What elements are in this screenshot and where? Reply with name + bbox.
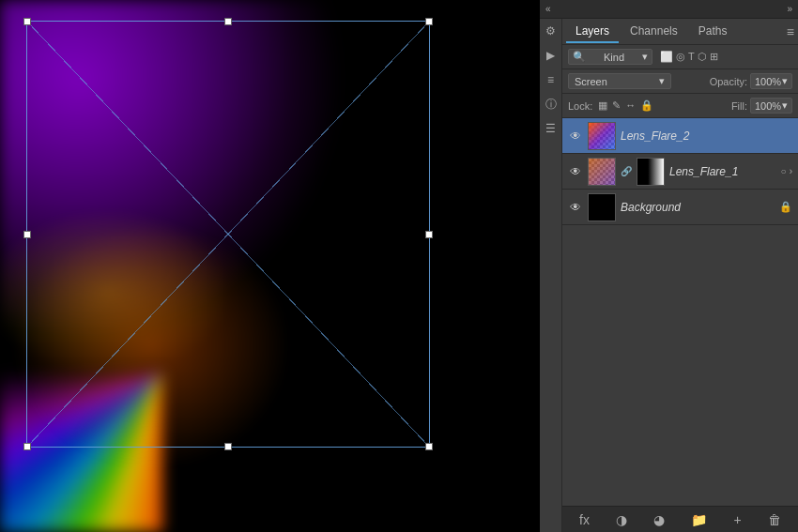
layer-link-icon: 🔗 [621, 166, 632, 176]
layer-item-lens-flare-1[interactable]: 👁 🔗 Lens_Flare_1 ○ › [562, 154, 798, 190]
fill-value-text: 100% [755, 100, 781, 112]
tab-paths[interactable]: Paths [689, 21, 737, 43]
fill-group: Fill: 100% ▾ [731, 98, 792, 114]
lock-pixels-icon[interactable]: ▦ [598, 99, 607, 112]
panel-content: Layers Channels Paths ≡ 🔍 Kind ▾ ⬜ ◎ T ⬡ [562, 19, 798, 532]
layer-mask-thumb [637, 158, 665, 186]
layer-thumbnail-background [588, 193, 616, 221]
layer-adjustment-icon[interactable]: ◕ [650, 510, 668, 529]
layer-fx-icon[interactable]: fx [575, 510, 593, 529]
layers-list: 👁 Lens_Flare_2 👁 🔗 Len [562, 118, 798, 506]
visibility-eye-lens-flare-1[interactable]: 👁 [568, 164, 583, 179]
fill-label: Fill: [731, 100, 747, 112]
layers-bottom: fx ◑ ◕ 📁 + 🗑 [562, 506, 798, 532]
kind-pixel-icon[interactable]: ⬜ [660, 51, 673, 63]
tabs-bar: Layers Channels Paths ≡ [562, 19, 798, 45]
tool-play-icon[interactable]: ▶ [543, 47, 560, 64]
collapse-left-icon[interactable]: « [545, 4, 551, 14]
kind-shape-icon[interactable]: ⬡ [698, 51, 707, 63]
left-tools: ⚙ ▶ ≡ ⓘ ☰ [540, 19, 562, 532]
blend-row: Screen ▾ Opacity: 100% ▾ [562, 69, 798, 94]
kind-icons: ⬜ ◎ T ⬡ ⊞ [660, 51, 718, 63]
canvas-area [0, 0, 540, 532]
opacity-input[interactable]: 100% ▾ [750, 73, 792, 89]
tab-layers[interactable]: Layers [566, 21, 619, 43]
kind-row: 🔍 Kind ▾ ⬜ ◎ T ⬡ ⊞ [562, 45, 798, 69]
lock-position-icon[interactable]: ✎ [612, 99, 621, 112]
layer-name-background: Background [621, 201, 775, 214]
fill-input[interactable]: 100% ▾ [750, 98, 792, 114]
layer-add-icon[interactable]: + [730, 510, 745, 529]
kind-label: Kind [604, 52, 624, 63]
lock-all-icon[interactable]: 🔒 [640, 99, 653, 112]
layer-name-lens-flare-1: Lens_Flare_1 [669, 165, 776, 178]
tab-channels[interactable]: Channels [621, 21, 687, 43]
layer-mask-icon[interactable]: ◑ [612, 510, 631, 529]
visibility-eye-lens-flare-2[interactable]: 👁 [568, 129, 583, 144]
blend-chevron-icon: ▾ [659, 75, 665, 87]
visibility-eye-background[interactable]: 👁 [568, 200, 583, 215]
opacity-group: Opacity: 100% ▾ [710, 73, 792, 89]
kind-select[interactable]: 🔍 Kind ▾ [568, 49, 652, 65]
fill-chevron-icon: ▾ [782, 99, 788, 112]
panel-top-bar: « » [540, 0, 798, 19]
panel-menu-icon[interactable]: ≡ [787, 24, 794, 39]
layer-delete-icon[interactable]: 🗑 [764, 510, 785, 529]
kind-chevron-icon: ▾ [642, 51, 648, 63]
layer-group-icon[interactable]: 📁 [687, 510, 711, 529]
tool-layers-icon[interactable]: ☰ [543, 120, 560, 137]
opacity-chevron-icon: ▾ [782, 75, 788, 87]
tool-sliders-icon[interactable]: ≡ [543, 71, 560, 88]
opacity-label: Opacity: [710, 76, 747, 87]
lock-move-icon[interactable]: ↔ [625, 99, 636, 112]
layer-thumbnail-lens-flare-1 [588, 158, 616, 186]
layer-item-background[interactable]: 👁 Background 🔒 [562, 190, 798, 225]
layer-name-lens-flare-2: Lens_Flare_2 [621, 129, 792, 143]
kind-smartobject-icon[interactable]: ⊞ [710, 51, 718, 63]
lock-row: Lock: ▦ ✎ ↔ 🔒 Fill: 100% ▾ [562, 94, 798, 118]
layer-thumbnail-lens-flare-2 [588, 122, 616, 150]
layer-circle-icon: ○ [781, 166, 787, 176]
kind-type-icon[interactable]: T [688, 51, 695, 63]
lens-flare-corner [352, 363, 540, 532]
right-panel: « » ⚙ ▶ ≡ ⓘ ☰ Layers Channels Paths ≡ [540, 0, 798, 532]
layer-item-lens-flare-2[interactable]: 👁 Lens_Flare_2 [562, 118, 798, 154]
layer-lock-badge: 🔒 [779, 201, 792, 213]
blend-mode-value: Screen [575, 76, 607, 87]
panel-body: ⚙ ▶ ≡ ⓘ ☰ Layers Channels Paths ≡ 🔍 K [540, 19, 798, 532]
layer-extra-lens-flare-1: ○ › [781, 166, 792, 176]
tabs-group: Layers Channels Paths [566, 21, 736, 43]
lock-label: Lock: [568, 100, 592, 112]
layer-chevron-icon: › [790, 166, 792, 176]
opacity-value-text: 100% [755, 76, 781, 87]
tool-info-icon[interactable]: ⓘ [543, 96, 560, 113]
kind-adjustment-icon[interactable]: ◎ [676, 51, 685, 63]
tool-presets-icon[interactable]: ⚙ [543, 23, 560, 39]
collapse-right-icon[interactable]: » [787, 4, 792, 14]
blend-mode-select[interactable]: Screen ▾ [568, 73, 671, 89]
lock-icons: ▦ ✎ ↔ 🔒 [598, 99, 653, 112]
search-icon: 🔍 [573, 51, 586, 63]
